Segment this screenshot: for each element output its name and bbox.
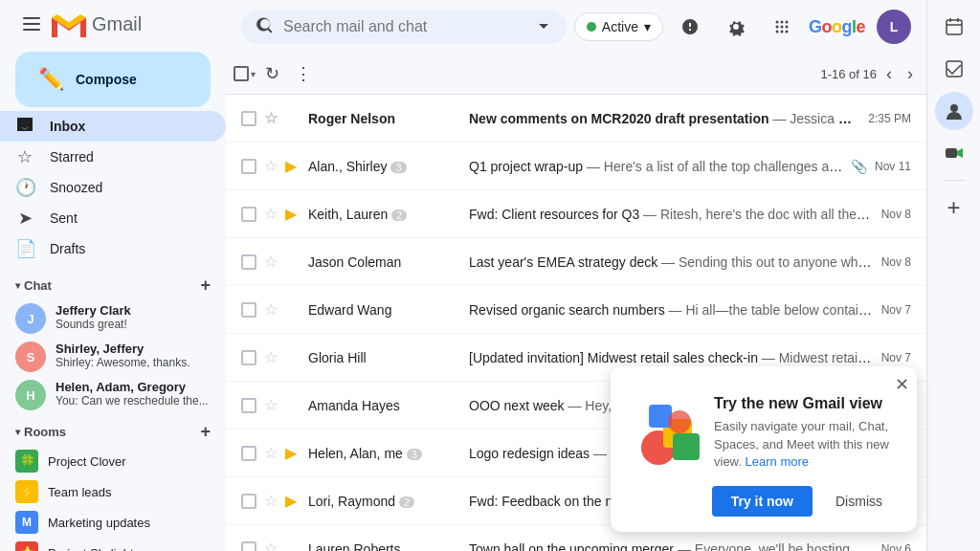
learn-more-link[interactable]: Learn more [746, 454, 809, 469]
svg-rect-0 [23, 17, 40, 19]
chat-section-header[interactable]: ▾ Chat + [0, 268, 226, 299]
sidebar-item-sent[interactable]: ➤ Sent [0, 203, 226, 233]
more-options-button[interactable]: ⋮ [289, 57, 318, 90]
room-item-marketing-updates[interactable]: M Marketing updates [0, 507, 226, 538]
profile-avatar[interactable]: L [877, 10, 911, 44]
sidebar-item-label-drafts: Drafts [50, 241, 211, 256]
prev-page-button[interactable]: ‹ [880, 58, 898, 90]
email-body: Last year's EMEA strategy deck — Sending… [469, 254, 874, 270]
svg-point-6 [775, 26, 778, 29]
refresh-button[interactable]: ↻ [259, 57, 285, 90]
rooms-section-label: Rooms [24, 425, 66, 439]
attachment-icon: 📎 [851, 159, 867, 174]
chat-status-shirley-jeffery: Shirley: Awesome, thanks. [56, 356, 211, 369]
svg-point-10 [780, 31, 783, 33]
search-dropdown-icon[interactable] [536, 19, 551, 34]
search-input[interactable] [283, 18, 528, 35]
email-sender: Helen, Alan, me3 [308, 446, 461, 461]
avatar-shirley-jeffery: S [15, 342, 46, 372]
select-all-checkbox[interactable] [234, 66, 249, 81]
star-icon[interactable]: ☆ [264, 492, 278, 510]
popup-close-button[interactable]: ✕ [895, 374, 909, 395]
email-checkbox[interactable] [241, 207, 256, 222]
email-subject: New comments on MCR2020 draft presentati… [469, 111, 769, 126]
svg-point-4 [780, 21, 783, 24]
help-button[interactable] [671, 8, 709, 46]
email-subject: Last year's EMEA strategy deck [469, 254, 657, 270]
sidebar-item-snoozed[interactable]: 🕐 Snoozed [0, 172, 226, 203]
select-all-checkbox-wrap[interactable]: ▾ [234, 66, 256, 81]
email-row[interactable]: ☆ Roger Nelson New comments on MCR2020 d… [226, 95, 926, 143]
chat-item-jeffery-clark[interactable]: J Jeffery Clark Sounds great! [0, 299, 226, 338]
search-bar[interactable] [241, 10, 567, 44]
email-checkbox[interactable] [241, 302, 256, 318]
star-icon[interactable]: ☆ [264, 300, 278, 319]
status-button[interactable]: Active ▾ [574, 12, 663, 41]
room-item-project-clover[interactable]: 🍀 Project Clover [0, 446, 226, 476]
select-dropdown-icon[interactable]: ▾ [251, 69, 256, 79]
email-time: Nov 6 [881, 542, 911, 552]
sidebar-item-starred[interactable]: ☆ Starred [0, 142, 226, 172]
email-subject: [Updated invitation] Midwest retail sale… [469, 350, 758, 365]
chat-expand-icon: ▾ [15, 280, 20, 291]
email-checkbox[interactable] [241, 254, 256, 270]
rp-meet-button[interactable] [935, 134, 973, 172]
room-item-team-leads[interactable]: ⚡ Team leads [0, 476, 226, 507]
next-page-button[interactable]: › [902, 58, 919, 90]
sidebar-item-inbox[interactable]: Inbox [0, 111, 226, 142]
rooms-add-icon[interactable]: + [200, 422, 211, 442]
email-checkbox[interactable] [241, 446, 256, 461]
email-checkbox[interactable] [241, 159, 256, 174]
sidebar-item-label-sent: Sent [50, 210, 211, 226]
status-label: Active [602, 19, 638, 34]
star-icon[interactable]: ☆ [264, 109, 278, 127]
dismiss-button[interactable]: Dismiss [820, 486, 898, 517]
chat-info-jeffery-clark: Jeffery Clark Sounds great! [56, 303, 211, 331]
thread-icon: ▶ [285, 205, 301, 223]
email-row[interactable]: ☆ ▶ Keith, Lauren2 Fwd: Client resources… [226, 190, 926, 238]
compose-button[interactable]: ✏️ Compose [15, 52, 211, 107]
star-icon[interactable]: ☆ [264, 157, 278, 175]
apps-button[interactable] [763, 8, 801, 46]
sidebar-item-drafts[interactable]: 📄 Drafts [0, 233, 226, 264]
star-icon[interactable]: ☆ [264, 205, 278, 223]
rp-add-button[interactable]: + [935, 188, 973, 227]
email-checkbox[interactable] [241, 398, 256, 413]
thread-badge: 2 [399, 496, 414, 508]
sidebar-item-label-snoozed: Snoozed [50, 180, 211, 195]
email-sender: Edward Wang [308, 302, 461, 318]
hamburger-button[interactable] [15, 8, 48, 40]
star-icon[interactable]: ☆ [264, 540, 278, 551]
email-row[interactable]: ☆ ▶ Alan., Shirley3 Q1 project wrap-up —… [226, 143, 926, 190]
room-label-project-clover: Project Clover [48, 454, 126, 469]
status-dot [587, 22, 596, 32]
star-icon[interactable]: ☆ [264, 396, 278, 414]
chat-add-icon[interactable]: + [200, 276, 211, 296]
svg-rect-1 [23, 23, 40, 25]
star-icon[interactable]: ☆ [264, 348, 278, 366]
snoozed-icon: 🕐 [15, 177, 34, 198]
email-checkbox[interactable] [241, 350, 256, 365]
popup-header: ✕ [611, 366, 917, 395]
rp-calendar-button[interactable] [935, 8, 973, 46]
email-preview: — Jessica Dow said What about Eva... [772, 111, 860, 126]
rp-contacts-button[interactable] [935, 92, 973, 130]
apps-icon [772, 17, 791, 36]
chat-item-shirley-jeffery[interactable]: S Shirley, Jeffery Shirley: Awesome, tha… [0, 338, 226, 376]
email-checkbox[interactable] [241, 111, 256, 126]
email-row[interactable]: ☆ Edward Wang Revised organic search num… [226, 286, 926, 334]
email-checkbox[interactable] [241, 541, 256, 552]
star-icon[interactable]: ☆ [264, 253, 278, 271]
sent-icon: ➤ [15, 208, 34, 229]
email-preview: — Ritesh, here's the doc with all the cl… [643, 207, 874, 222]
chat-item-helen-adam-gregory[interactable]: H Helen, Adam, Gregory You: Can we resch… [0, 376, 226, 414]
try-it-now-button[interactable]: Try it now [712, 486, 813, 517]
email-subject: OOO next week [469, 398, 565, 413]
email-checkbox[interactable] [241, 494, 256, 509]
star-icon[interactable]: ☆ [264, 444, 278, 462]
rp-tasks-button[interactable] [935, 50, 973, 88]
room-item-project-skylight[interactable]: ⭐ Project Skylight [0, 538, 226, 551]
rooms-section-header[interactable]: ▾ Rooms + [0, 414, 226, 446]
email-row[interactable]: ☆ Jason Coleman Last year's EMEA strateg… [226, 238, 926, 286]
settings-button[interactable] [717, 8, 755, 46]
